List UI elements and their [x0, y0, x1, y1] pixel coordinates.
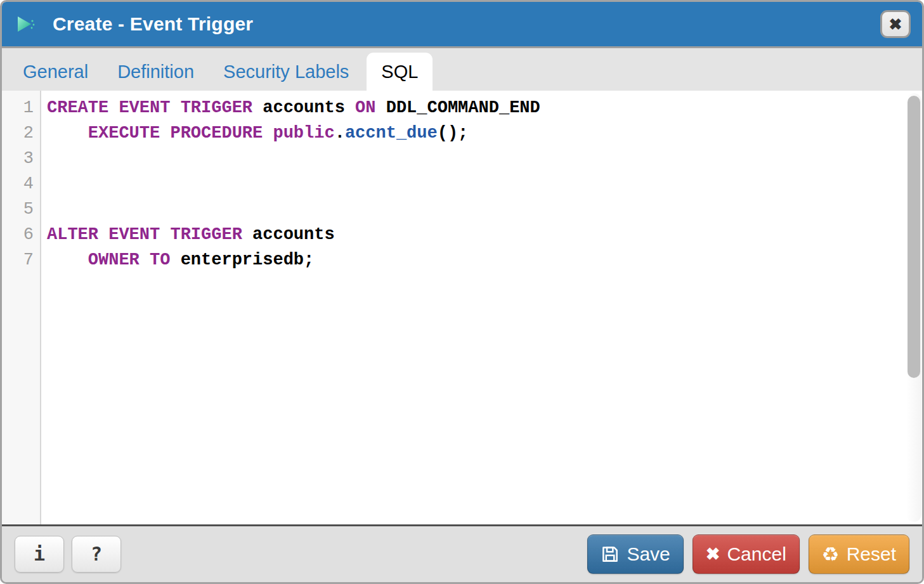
code-token-plain: [263, 124, 273, 143]
tab-sql[interactable]: SQL: [367, 53, 433, 91]
code-token-plain: ();: [438, 124, 469, 143]
code-token-keyword: ON: [355, 98, 375, 117]
line-number: 4: [2, 171, 34, 197]
line-number: 3: [2, 146, 34, 171]
close-icon: ✖: [889, 16, 902, 32]
code-line: [47, 146, 922, 171]
code-token-plain: [47, 124, 88, 143]
recycle-icon: ♻: [822, 545, 840, 564]
code-token-plain: accounts: [252, 98, 355, 117]
code-line: EXECUTE PROCEDURE public.accnt_due();: [47, 120, 922, 146]
close-button[interactable]: ✖: [880, 10, 911, 38]
help-icon: ?: [91, 545, 102, 564]
code-token-plain: .: [335, 124, 345, 143]
cancel-button[interactable]: ✖ Cancel: [693, 535, 800, 574]
help-button[interactable]: ?: [72, 536, 121, 573]
dialog-title: Create - Event Trigger: [53, 13, 253, 35]
code-line: ALTER EVENT TRIGGER accounts: [47, 222, 922, 247]
editor-scrollbar[interactable]: [906, 93, 921, 522]
line-number: 5: [2, 197, 34, 222]
save-button-label: Save: [627, 545, 670, 564]
floppy-disk-icon: [601, 545, 620, 564]
line-number: 6: [2, 222, 34, 247]
code-lines[interactable]: CREATE EVENT TRIGGER accounts ON DDL_COM…: [41, 91, 922, 524]
line-number: 7: [2, 247, 34, 273]
title-bar: Create - Event Trigger ✖: [2, 2, 922, 48]
code-token-keyword: public: [273, 124, 334, 143]
code-line: CREATE EVENT TRIGGER accounts ON DDL_COM…: [47, 95, 922, 120]
line-number: 1: [2, 95, 34, 120]
code-token-plain: [47, 250, 88, 269]
info-button[interactable]: i: [15, 536, 64, 573]
code-token-plain: enterprisedb;: [170, 250, 314, 269]
reset-button[interactable]: ♻ Reset: [809, 535, 909, 574]
create-event-trigger-dialog: Create - Event Trigger ✖ General Definit…: [0, 0, 924, 584]
event-trigger-icon: [12, 12, 36, 36]
footer-bar: i ? Save ✖ Cancel ♻ Reset: [2, 524, 922, 582]
code-token-plain: accounts: [242, 225, 335, 244]
cancel-button-label: Cancel: [727, 545, 786, 564]
code-token-plain: DDL_COMMAND_END: [376, 98, 540, 117]
tab-security-labels[interactable]: Security Labels: [212, 53, 360, 91]
code-token-keyword: CREATE EVENT TRIGGER: [47, 98, 252, 117]
code-token-keyword: EXECUTE PROCEDURE: [88, 124, 263, 143]
reset-button-label: Reset: [847, 545, 896, 564]
line-numbers: 1234567: [2, 91, 41, 524]
code-line: OWNER TO enterprisedb;: [47, 247, 922, 273]
code-token-keyword: ALTER EVENT TRIGGER: [47, 225, 242, 244]
code-line: [47, 171, 922, 197]
info-icon: i: [34, 545, 45, 564]
tab-bar: General Definition Security Labels SQL: [2, 48, 922, 91]
scrollbar-thumb[interactable]: [908, 96, 920, 378]
tab-definition[interactable]: Definition: [106, 53, 205, 91]
code-line: [47, 197, 922, 222]
line-number: 2: [2, 120, 34, 146]
save-button[interactable]: Save: [587, 535, 683, 574]
sql-editor: 1234567 CREATE EVENT TRIGGER accounts ON…: [2, 91, 922, 524]
code-token-keyword: OWNER TO: [88, 250, 171, 269]
cancel-x-icon: ✖: [706, 546, 720, 563]
code-token-function: accnt_due: [345, 124, 438, 143]
tab-general[interactable]: General: [11, 53, 100, 91]
